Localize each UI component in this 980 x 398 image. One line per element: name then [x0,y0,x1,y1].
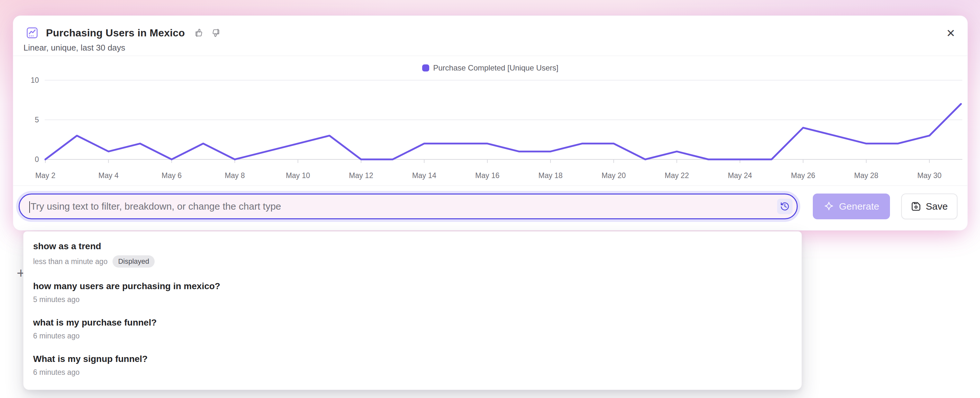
history-meta: 5 minutes ago [33,295,792,304]
svg-text:May 28: May 28 [854,171,878,180]
history-button[interactable] [777,199,792,214]
history-query: show as a trend [33,240,792,253]
save-button[interactable]: Save [901,193,958,219]
history-item[interactable]: show as a trend less than a minute ago D… [24,235,802,272]
page-background: { "header": { "title": "Purchasing Users… [0,0,980,398]
svg-text:May 26: May 26 [791,171,815,180]
history-item[interactable]: how many users are purchasing in mexico?… [24,275,802,309]
svg-text:May 8: May 8 [225,171,245,180]
save-label: Save [926,201,948,212]
history-timestamp: 6 minutes ago [33,368,80,377]
svg-text:May 16: May 16 [475,171,500,180]
sparkle-icon [823,201,834,212]
generate-button[interactable]: Generate [813,193,890,219]
svg-text:May 30: May 30 [917,171,942,180]
generate-label: Generate [839,201,879,212]
history-meta: less than a minute ago Displayed [33,255,792,268]
history-timestamp: 5 minutes ago [33,295,80,304]
history-timestamp: 6 minutes ago [33,332,80,340]
text-caret [29,201,30,213]
history-meta: 6 minutes ago [33,332,792,340]
history-query: how many users are purchasing in mexico? [33,280,792,293]
svg-text:10: 10 [30,76,39,85]
svg-text:May 6: May 6 [161,171,182,180]
status-badge: Displayed [113,255,155,268]
svg-text:May 10: May 10 [286,171,310,180]
svg-text:May 4: May 4 [99,171,119,180]
insight-card: Purchasing Users in Mexico [13,16,968,230]
history-icon [780,201,790,211]
history-item[interactable]: what is my purchase funnel? 6 minutes ag… [24,312,802,345]
prompt-divider [13,185,967,186]
history-timestamp: less than a minute ago [33,257,107,266]
save-icon [911,201,921,211]
history-query: What is my signup funnel? [33,353,792,365]
history-item[interactable]: What is my signup funnel? 6 minutes ago [24,348,802,382]
ai-prompt-input[interactable] [20,195,797,218]
history-query: what is my purchase funnel? [33,316,792,329]
svg-text:May 24: May 24 [728,171,752,180]
history-list: show as a trend less than a minute ago D… [24,235,802,384]
svg-text:May 14: May 14 [412,171,437,180]
history-dropdown: show as a trend less than a minute ago D… [23,231,802,390]
line-chart-plot[interactable]: 0510May 2May 4May 6May 8May 10May 12May … [13,16,968,190]
ai-prompt-field [19,193,798,219]
svg-text:May 2: May 2 [35,171,56,180]
history-meta: 6 minutes ago [33,368,792,377]
svg-text:May 12: May 12 [349,171,373,180]
svg-text:May 22: May 22 [665,171,689,180]
svg-text:May 20: May 20 [601,171,626,180]
svg-text:0: 0 [35,155,39,163]
svg-text:5: 5 [35,116,39,124]
svg-text:May 18: May 18 [538,171,562,180]
